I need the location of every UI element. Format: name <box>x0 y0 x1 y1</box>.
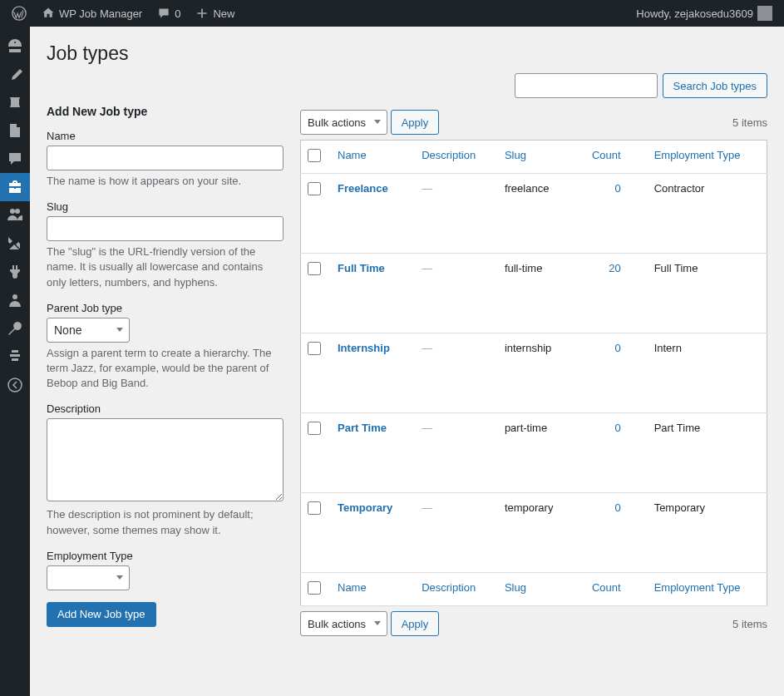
row-count-link[interactable]: 0 <box>614 422 620 434</box>
name-desc: The name is how it appears on your site. <box>47 174 284 189</box>
row-employment: Contractor <box>646 174 767 254</box>
row-name-link[interactable]: Internship <box>338 342 390 354</box>
description-desc: The description is not prominent by defa… <box>47 507 284 537</box>
submit-button[interactable]: Add New Job type <box>47 602 156 627</box>
users-icon[interactable] <box>0 201 30 230</box>
table-row: Part Time—part-time0Part Time <box>301 413 767 493</box>
row-employment: Part Time <box>646 413 767 493</box>
slug-label: Slug <box>47 200 284 213</box>
row-employment: Full Time <box>646 254 767 333</box>
row-checkbox[interactable] <box>308 342 321 355</box>
col-employment[interactable]: Employment Type <box>646 141 767 174</box>
row-slug: freelance <box>496 174 573 254</box>
search-button[interactable]: Search Job types <box>663 73 767 98</box>
col-description-foot[interactable]: Description <box>413 573 496 606</box>
row-count-link[interactable]: 0 <box>614 501 620 514</box>
employment-select[interactable] <box>47 565 130 590</box>
comments-link[interactable]: 0 <box>152 7 185 20</box>
row-name-link[interactable]: Temporary <box>338 501 392 514</box>
col-employment-foot[interactable]: Employment Type <box>646 573 767 606</box>
select-all-top[interactable] <box>308 149 321 162</box>
row-slug: part-time <box>496 413 573 493</box>
wp-logo-icon[interactable] <box>7 6 32 21</box>
profile-icon[interactable] <box>0 286 30 314</box>
items-count-top: 5 items <box>732 116 767 129</box>
row-checkbox[interactable] <box>308 262 321 275</box>
dashboard-icon[interactable] <box>0 32 30 60</box>
row-slug: internship <box>496 333 573 413</box>
row-name-link[interactable]: Freelance <box>338 182 388 195</box>
slug-input[interactable] <box>47 216 284 241</box>
comments-icon[interactable] <box>0 145 30 173</box>
row-name-link[interactable]: Part Time <box>338 422 387 434</box>
bulk-actions-top[interactable]: Bulk actions <box>300 110 387 135</box>
row-employment: Temporary <box>646 493 767 573</box>
row-count-link[interactable]: 0 <box>614 342 620 354</box>
page-title: Job types <box>47 35 767 73</box>
collapse-icon[interactable] <box>0 371 30 399</box>
col-description[interactable]: Description <box>413 141 496 174</box>
comment-count: 0 <box>175 7 180 20</box>
parent-desc: Assign a parent term to create a hierarc… <box>47 346 284 392</box>
col-name[interactable]: Name <box>329 141 413 174</box>
job-manager-icon[interactable] <box>0 173 30 201</box>
search-input[interactable] <box>515 73 658 98</box>
media-icon[interactable] <box>0 88 30 116</box>
name-label: Name <box>47 130 284 142</box>
site-link[interactable]: WP Job Manager <box>37 7 147 20</box>
job-types-table: Name Description Slug Count Employment T… <box>300 140 767 606</box>
col-count[interactable]: Count <box>573 141 646 174</box>
row-checkbox[interactable] <box>308 182 321 195</box>
new-content-link[interactable]: New <box>190 7 239 20</box>
bulk-actions-bottom[interactable]: Bulk actions <box>300 611 387 636</box>
slug-desc: The "slug" is the URL-friendly version o… <box>47 244 284 290</box>
col-name-foot[interactable]: Name <box>329 573 413 606</box>
apply-top-button[interactable]: Apply <box>391 110 440 135</box>
admin-bar: WP Job Manager 0 New Howdy, zejakosedu36… <box>0 0 784 27</box>
col-slug-foot[interactable]: Slug <box>496 573 573 606</box>
new-label: New <box>213 7 234 20</box>
table-row: Full Time—full-time20Full Time <box>301 254 767 333</box>
parent-select[interactable]: None <box>47 318 130 343</box>
row-desc: — <box>422 501 432 514</box>
tools-icon[interactable] <box>0 314 30 343</box>
add-new-heading: Add New Job type <box>47 105 284 118</box>
row-desc: — <box>422 422 432 434</box>
row-count-link[interactable]: 20 <box>609 262 620 274</box>
name-input[interactable] <box>47 146 284 170</box>
settings-icon[interactable] <box>0 343 30 371</box>
row-slug: full-time <box>496 254 573 333</box>
row-desc: — <box>422 182 432 195</box>
row-name-link[interactable]: Full Time <box>338 262 385 274</box>
site-name: WP Job Manager <box>59 7 142 20</box>
row-slug: temporary <box>496 493 573 573</box>
col-count-foot[interactable]: Count <box>573 573 646 606</box>
avatar <box>757 6 772 21</box>
employment-label: Employment Type <box>47 550 284 562</box>
row-checkbox[interactable] <box>308 501 321 515</box>
row-count-link[interactable]: 0 <box>614 182 620 195</box>
description-label: Description <box>47 402 284 415</box>
appearance-icon[interactable] <box>0 230 30 258</box>
row-employment: Intern <box>646 333 767 413</box>
select-all-bottom[interactable] <box>308 581 321 595</box>
table-row: Internship—internship0Intern <box>301 333 767 413</box>
account-link[interactable]: Howdy, zejakosedu3609 <box>631 6 777 21</box>
row-desc: — <box>422 262 432 274</box>
admin-side-menu <box>0 27 30 696</box>
apply-bottom-button[interactable]: Apply <box>391 611 440 636</box>
row-checkbox[interactable] <box>308 422 321 435</box>
description-textarea[interactable] <box>47 418 284 501</box>
row-desc: — <box>422 342 432 354</box>
svg-point-1 <box>8 378 22 392</box>
pages-icon[interactable] <box>0 116 30 145</box>
col-slug[interactable]: Slug <box>496 141 573 174</box>
howdy-text: Howdy, zejakosedu3609 <box>636 7 753 20</box>
plugins-icon[interactable] <box>0 258 30 286</box>
items-count-bottom: 5 items <box>732 618 767 630</box>
posts-icon[interactable] <box>0 60 30 88</box>
parent-label: Parent Job type <box>47 302 284 314</box>
table-row: Freelance—freelance0Contractor <box>301 174 767 254</box>
table-row: Temporary—temporary0Temporary <box>301 493 767 573</box>
